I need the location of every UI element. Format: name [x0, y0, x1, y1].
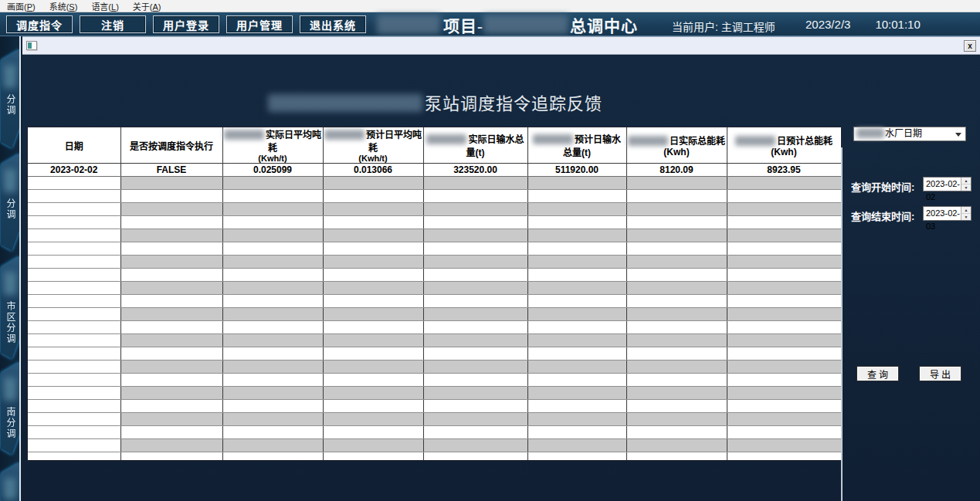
table-cell: 511920.00	[527, 164, 626, 177]
table-row[interactable]	[28, 295, 841, 308]
sidebar-tab-1[interactable]: 分调	[1, 48, 19, 148]
window-titlebar: x	[22, 36, 980, 55]
table-row[interactable]	[28, 374, 841, 387]
table-row[interactable]	[28, 321, 841, 334]
query-button[interactable]: 查询	[856, 366, 899, 381]
table-cell	[527, 400, 626, 413]
table-cell	[423, 321, 527, 334]
table-cell	[727, 203, 841, 216]
sidebar-tab-label: 南分调	[5, 407, 15, 439]
table-cell	[626, 413, 727, 426]
table-cell	[28, 229, 120, 242]
table-row[interactable]	[28, 308, 841, 321]
sidebar-tab-4[interactable]: 南分调	[1, 361, 19, 455]
table-cell	[222, 439, 323, 452]
feedback-table: 日期是否按调度指令执行实际日平均吨耗(Kwh/t)预计日平均吨耗(Kwh/t)实…	[28, 127, 842, 461]
nav-button-user-login[interactable]: 用户登录	[153, 15, 219, 33]
table-cell	[323, 282, 423, 295]
table-cell	[28, 282, 120, 295]
table-row[interactable]	[28, 361, 841, 374]
table-cell	[727, 190, 841, 203]
table-cell	[222, 177, 323, 190]
table-cell	[323, 203, 423, 216]
plant-date-select[interactable]: 水厂日期	[853, 127, 966, 141]
table-cell	[727, 256, 841, 269]
table-row[interactable]: 2023-02-02FALSE0.0250990.013066323520.00…	[28, 164, 841, 177]
table-cell	[323, 374, 423, 387]
redacted-block	[426, 134, 466, 144]
close-button[interactable]: x	[964, 40, 976, 52]
query-start-input[interactable]: 2023-02-02 ▲ ▼	[923, 177, 972, 191]
table-body: 2023-02-02FALSE0.0250990.013066323520.00…	[28, 164, 841, 462]
table-cell	[28, 426, 120, 439]
table-row[interactable]	[28, 242, 841, 256]
redacted-label	[4, 478, 16, 499]
table-cell: 8923.95	[727, 164, 841, 177]
table-cell	[626, 387, 727, 400]
spinner-up-icon[interactable]: ▲	[961, 178, 971, 184]
table-cell	[626, 321, 727, 334]
table-cell	[222, 400, 323, 413]
table-row[interactable]	[28, 452, 841, 462]
query-end-label: 查询结束时间:	[851, 208, 914, 223]
menu-item-system[interactable]: 系统(S)	[42, 0, 85, 12]
sidebar-tab-5[interactable]: 市区分调	[1, 461, 19, 501]
table-cell	[727, 334, 841, 347]
table-cell	[423, 216, 527, 229]
table-row[interactable]	[28, 190, 841, 203]
sidebar-tab-3[interactable]: 市区分调	[1, 255, 19, 359]
sidebar-tab-2[interactable]: 分调	[1, 152, 19, 251]
table-cell	[28, 203, 120, 216]
nav-button-logout[interactable]: 注销	[80, 15, 146, 33]
column-header-6: 预计日输水总量(t)	[527, 127, 626, 164]
menu-item-language[interactable]: 语言(L)	[84, 0, 125, 12]
table-cell	[423, 374, 527, 387]
spinner-down-icon[interactable]: ▼	[961, 184, 971, 191]
menu-item-about[interactable]: 关于(A)	[126, 0, 168, 12]
query-end-input[interactable]: 2023-02-03 ▲ ▼	[923, 206, 972, 221]
table-cell	[120, 452, 222, 462]
table-row[interactable]	[28, 282, 841, 295]
spinner-up-icon[interactable]: ▲	[961, 207, 971, 214]
menubar: 画面(P)系统(S)语言(L)关于(A)	[0, 0, 980, 12]
table-cell	[222, 413, 323, 426]
table-cell	[626, 334, 727, 347]
table-cell	[423, 400, 527, 413]
app-title-part1: 项目-	[443, 13, 483, 36]
table-cell	[28, 321, 120, 334]
table-cell	[222, 295, 323, 308]
date-label: 2023/2/3	[805, 18, 850, 31]
table-row[interactable]	[28, 256, 841, 269]
table-cell	[120, 400, 222, 413]
nav-button-user-management[interactable]: 用户管理	[226, 15, 293, 33]
table-row[interactable]	[28, 216, 841, 229]
nav-button-dispatch-command[interactable]: 调度指令	[6, 15, 73, 33]
table-cell	[423, 347, 527, 361]
table-row[interactable]	[28, 203, 841, 216]
table-cell	[323, 426, 423, 439]
table-row[interactable]	[28, 426, 841, 439]
app-title: 项目-总调中心	[377, 12, 638, 36]
table-cell	[727, 269, 841, 282]
table-row[interactable]	[28, 413, 841, 426]
table-row[interactable]	[28, 229, 841, 242]
table-row[interactable]	[28, 334, 841, 347]
table-cell	[120, 334, 222, 347]
table-cell	[727, 216, 841, 229]
table-row[interactable]	[28, 347, 841, 361]
table-cell	[727, 361, 841, 374]
table-row[interactable]	[28, 269, 841, 282]
table-row[interactable]	[28, 439, 841, 452]
spinner-down-icon[interactable]: ▼	[961, 214, 971, 220]
table-row[interactable]	[28, 177, 841, 190]
table-cell	[120, 387, 222, 400]
table-cell	[120, 190, 222, 203]
menu-item-screen[interactable]: 画面(P)	[0, 0, 42, 12]
table-cell	[222, 190, 323, 203]
export-button[interactable]: 导出	[919, 366, 961, 381]
table-row[interactable]	[28, 387, 841, 400]
column-header-text: 是否按调度指令执行	[130, 141, 213, 152]
nav-button-exit-system[interactable]: 退出系统	[300, 15, 366, 33]
table-row[interactable]	[28, 400, 841, 413]
redacted-label	[4, 65, 16, 88]
